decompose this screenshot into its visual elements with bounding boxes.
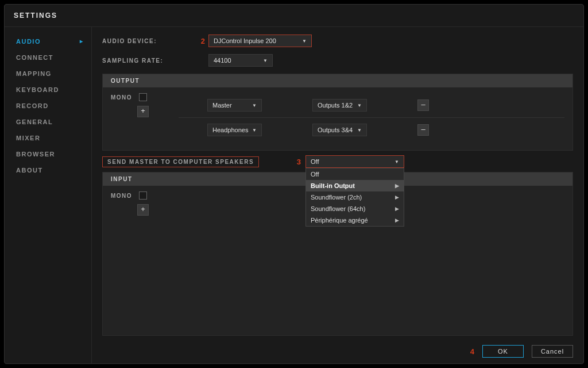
- sampling-rate-label: SAMPLING RATE:: [102, 57, 197, 64]
- dropdown-option-aggregate[interactable]: Périphérique agrégé ▶: [306, 214, 404, 226]
- sampling-rate-value: 44100: [214, 57, 231, 64]
- titlebar: SETTINGS: [5, 5, 583, 27]
- audio-device-label: AUDIO DEVICE:: [102, 38, 197, 44]
- audio-device-value: DJControl Inpulse 200: [214, 37, 276, 44]
- sidebar-item-record[interactable]: RECORD: [5, 98, 91, 114]
- annotation-3: 3: [293, 158, 301, 166]
- output-row-1: Headphones ▼ Outputs 3&4 ▼ –: [179, 118, 564, 142]
- caret-down-icon: ▼: [252, 103, 257, 108]
- sidebar-item-audio[interactable]: AUDIO: [5, 33, 91, 49]
- caret-down-icon: ▼: [357, 128, 362, 133]
- settings-window: SETTINGS AUDIO CONNECT MAPPING KEYBOARD …: [4, 4, 584, 364]
- send-master-label: SEND MASTER TO COMPUTER SPEAKERS: [102, 156, 259, 167]
- output-panel-header: OUTPUT: [103, 74, 572, 87]
- footer: 4 OK Cancel: [470, 345, 573, 358]
- ok-button[interactable]: OK: [482, 345, 524, 358]
- output-mono-checkbox[interactable]: [139, 93, 147, 101]
- sampling-rate-select[interactable]: 44100 ▼: [208, 54, 273, 67]
- output-remove-button-1[interactable]: –: [417, 124, 429, 136]
- output-bus-select-1[interactable]: Headphones ▼: [207, 124, 262, 136]
- annotation-4: 4: [470, 347, 474, 356]
- cancel-button[interactable]: Cancel: [532, 345, 573, 358]
- sidebar-item-browser[interactable]: BROWSER: [5, 146, 91, 162]
- output-bus-select-0[interactable]: Master ▼: [207, 99, 262, 112]
- output-mono-label: MONO: [111, 94, 132, 101]
- output-row-0: Master ▼ Outputs 1&2 ▼ –: [179, 93, 564, 118]
- caret-down-icon: ▼: [302, 39, 307, 44]
- send-master-select[interactable]: Off ▼: [305, 155, 404, 168]
- caret-down-icon: ▼: [394, 159, 399, 164]
- output-channel-select-0[interactable]: Outputs 1&2 ▼: [312, 99, 367, 112]
- output-panel: OUTPUT MONO +: [102, 74, 573, 151]
- audio-device-select[interactable]: DJControl Inpulse 200 ▼: [208, 34, 312, 47]
- sidebar-item-mapping[interactable]: MAPPING: [5, 66, 91, 82]
- chevron-right-icon: ▶: [395, 183, 399, 189]
- output-add-button[interactable]: +: [137, 106, 149, 117]
- sidebar-item-keyboard[interactable]: KEYBOARD: [5, 82, 91, 98]
- dropdown-option-builtin[interactable]: Built-in Output ▶: [306, 180, 404, 191]
- sidebar-item-mixer[interactable]: MIXER: [5, 130, 91, 146]
- sidebar-item-general[interactable]: GENERAL: [5, 114, 91, 130]
- send-master-dropdown: Off Built-in Output ▶ Soundflower (2ch) …: [305, 168, 404, 227]
- input-add-button[interactable]: +: [137, 204, 149, 216]
- chevron-right-icon: ▶: [395, 206, 399, 212]
- dropdown-option-sf2[interactable]: Soundflower (2ch) ▶: [306, 191, 404, 203]
- dropdown-option-sf64[interactable]: Soundflower (64ch) ▶: [306, 203, 404, 214]
- chevron-right-icon: ▶: [395, 194, 399, 200]
- annotation-2: 2: [197, 37, 205, 45]
- sidebar: AUDIO CONNECT MAPPING KEYBOARD RECORD GE…: [5, 26, 92, 363]
- window-title: SETTINGS: [14, 12, 574, 20]
- main-panel: AUDIO DEVICE: 2 DJControl Inpulse 200 ▼ …: [92, 26, 583, 363]
- input-mono-checkbox[interactable]: [139, 191, 147, 200]
- caret-down-icon: ▼: [263, 58, 268, 63]
- input-mono-label: MONO: [111, 193, 132, 199]
- chevron-right-icon: ▶: [395, 217, 399, 223]
- sidebar-item-connect[interactable]: CONNECT: [5, 49, 91, 66]
- dropdown-option-off[interactable]: Off: [306, 168, 404, 180]
- output-remove-button-0[interactable]: –: [417, 99, 429, 111]
- sidebar-item-about[interactable]: ABOUT: [5, 162, 91, 178]
- caret-down-icon: ▼: [252, 128, 257, 133]
- output-channel-select-1[interactable]: Outputs 3&4 ▼: [312, 124, 367, 136]
- caret-down-icon: ▼: [357, 103, 362, 108]
